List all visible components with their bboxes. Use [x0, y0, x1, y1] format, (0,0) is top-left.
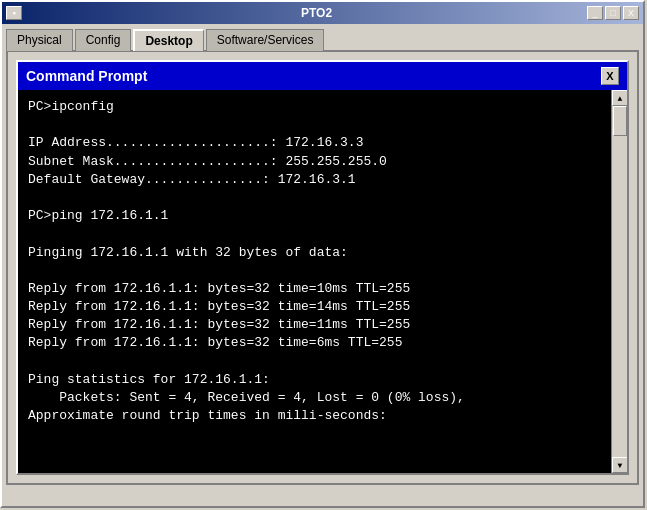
scroll-thumb[interactable]	[613, 106, 627, 136]
tab-content-desktop: Command Prompt X PC>ipconfig IP Address.…	[6, 50, 639, 485]
command-prompt-title: Command Prompt	[26, 68, 147, 84]
command-prompt-content-area: PC>ipconfig IP Address..................…	[18, 90, 627, 473]
system-menu-icon[interactable]: ▪	[6, 6, 22, 20]
tab-physical[interactable]: Physical	[6, 29, 73, 51]
command-prompt-close-button[interactable]: X	[601, 67, 619, 85]
main-window: ▪ PTO2 _ □ X Physical Config Desktop Sof…	[0, 0, 645, 508]
scroll-up-button[interactable]: ▲	[612, 90, 627, 106]
command-prompt-window: Command Prompt X PC>ipconfig IP Address.…	[16, 60, 629, 475]
scroll-track[interactable]	[612, 106, 627, 457]
window-controls: _ □ X	[587, 6, 639, 20]
maximize-button[interactable]: □	[605, 6, 621, 20]
tab-bar: Physical Config Desktop Software/Service…	[2, 24, 643, 50]
title-bar: ▪ PTO2 _ □ X	[2, 2, 643, 24]
window-title: PTO2	[46, 6, 587, 20]
command-prompt-title-bar: Command Prompt X	[18, 62, 627, 90]
close-button[interactable]: X	[623, 6, 639, 20]
tab-software[interactable]: Software/Services	[206, 29, 325, 51]
minimize-button[interactable]: _	[587, 6, 603, 20]
tab-desktop[interactable]: Desktop	[133, 29, 203, 51]
command-prompt-output[interactable]: PC>ipconfig IP Address..................…	[18, 90, 611, 473]
scroll-down-button[interactable]: ▼	[612, 457, 627, 473]
scrollbar: ▲ ▼	[611, 90, 627, 473]
tab-config[interactable]: Config	[75, 29, 132, 51]
